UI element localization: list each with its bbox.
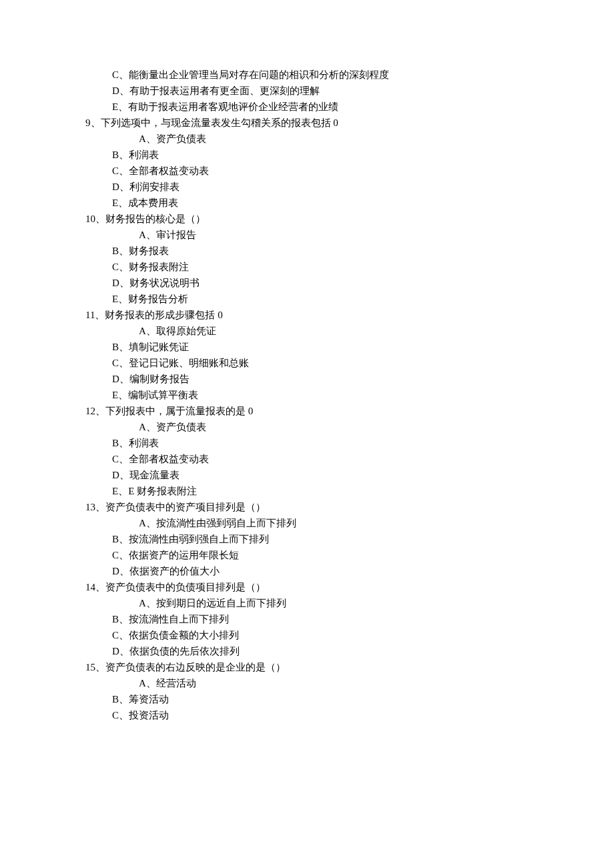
option-line: C、登记日记账、明细账和总账 — [0, 355, 614, 371]
option-line: B、利润表 — [0, 147, 614, 163]
option-line: C、能衡量出企业管理当局对存在问题的相识和分析的深刻程度 — [0, 67, 614, 83]
option-line: D、有助于报表运用者有更全面、更深刻的理解 — [0, 83, 614, 99]
option-line: D、编制财务报告 — [0, 371, 614, 387]
option-line: B、填制记账凭证 — [0, 339, 614, 355]
option-line: A、资产负债表 — [0, 131, 614, 147]
option-line: B、利润表 — [0, 435, 614, 451]
option-line: B、财务报表 — [0, 243, 614, 259]
option-line: A、按到期日的远近自上而下排列 — [0, 595, 614, 611]
option-line: A、经营活动 — [0, 675, 614, 691]
option-line: A、资产负债表 — [0, 419, 614, 435]
option-line: C、财务报表附注 — [0, 259, 614, 275]
question-line: 13、资产负债表中的资产项目排列是（） — [0, 499, 614, 515]
option-line: E、成本费用表 — [0, 195, 614, 211]
question-line: 12、下列报表中，属于流量报表的是 0 — [0, 403, 614, 419]
option-line: C、投资活动 — [0, 707, 614, 723]
question-line: 11、财务报表的形成步骤包括 0 — [0, 307, 614, 323]
option-line: C、全部者权益变动表 — [0, 451, 614, 467]
question-line: 9、下列选项中，与现金流量表发生勾稽关系的报表包括 0 — [0, 115, 614, 131]
question-line: 15、资产负债表的右边反映的是企业的是（） — [0, 659, 614, 675]
option-line: C、全部者权益变动表 — [0, 163, 614, 179]
option-line: D、财务状况说明书 — [0, 275, 614, 291]
option-line: E、有助于报表运用者客观地评价企业经营者的业绩 — [0, 99, 614, 115]
question-line: 14、资产负债表中的负债项目排列是（） — [0, 579, 614, 595]
option-line: A、按流淌性由强到弱自上而下排列 — [0, 515, 614, 531]
option-line: E、财务报告分析 — [0, 291, 614, 307]
option-line: E、E 财务报表附注 — [0, 483, 614, 499]
option-line: E、编制试算平衡表 — [0, 387, 614, 403]
option-line: B、按流淌性由弱到强自上而下排列 — [0, 531, 614, 547]
question-line: 10、财务报告的核心是（） — [0, 211, 614, 227]
page-container: C、能衡量出企业管理当局对存在问题的相识和分析的深刻程度D、有助于报表运用者有更… — [0, 0, 614, 868]
option-line: B、筹资活动 — [0, 691, 614, 707]
option-line: A、审计报告 — [0, 227, 614, 243]
option-line: B、按流淌性自上而下排列 — [0, 611, 614, 627]
option-line: D、依据资产的价值大小 — [0, 563, 614, 579]
option-line: D、利润安排表 — [0, 179, 614, 195]
option-line: D、依据负债的先后依次排列 — [0, 643, 614, 659]
option-line: A、取得原始凭证 — [0, 323, 614, 339]
option-line: C、依据资产的运用年限长短 — [0, 547, 614, 563]
option-line: D、现金流量表 — [0, 467, 614, 483]
option-line: C、依据负债金额的大小排列 — [0, 627, 614, 643]
